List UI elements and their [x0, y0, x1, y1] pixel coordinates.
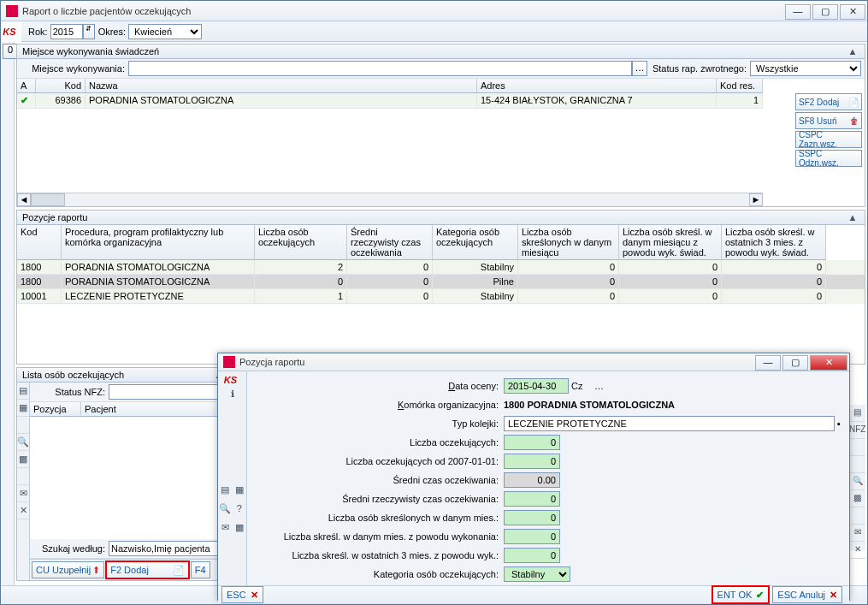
ks-logo: KS — [1, 25, 18, 39]
modal-maximize-button[interactable]: ▢ — [782, 355, 808, 371]
modal-minimize-button[interactable]: — — [755, 355, 781, 371]
skresw-input[interactable] — [504, 529, 560, 544]
lista-left-tools: ▤ ▦ 🔍 ▩ ✉ ✕ — [17, 383, 30, 580]
lista-status-label: Status NFZ: — [37, 387, 105, 397]
locz-input[interactable] — [504, 435, 560, 450]
miejsce-panel-title: Miejsce wykonywania świadczeń — [22, 46, 159, 56]
main-titlebar: Raport o liczbie pacjentów oczekujących … — [1, 1, 867, 21]
rtool-doc-icon[interactable]: ▤ — [849, 405, 865, 422]
col-nazwa[interactable]: Nazwa — [86, 79, 477, 93]
kat-select[interactable]: Stabilny — [504, 566, 570, 582]
rtool-x-icon[interactable]: ✕ — [849, 542, 865, 559]
skres-input[interactable] — [504, 510, 560, 525]
miejsce-lookup-button[interactable]: … — [632, 61, 647, 76]
sred-input — [504, 472, 560, 488]
pozycje-collapse[interactable]: ▲ — [846, 212, 859, 222]
modal-mail-icon[interactable]: ✉ — [218, 519, 233, 537]
rtool-blank2 — [849, 456, 865, 473]
lista-empty-grid — [30, 417, 235, 539]
cz-button[interactable]: Cz — [571, 381, 592, 391]
x-icon: ✕ — [251, 590, 258, 601]
modal-tool1-icon[interactable]: ▤ — [218, 481, 233, 500]
esc-anuluj-button[interactable]: ESC Anuluj✕ — [772, 586, 842, 603]
modal-search-icon[interactable]: 🔍 — [218, 500, 233, 519]
typ-kolejki-input[interactable] — [504, 416, 835, 431]
rok-spinner[interactable]: ⇵ — [83, 24, 95, 39]
side-buttons: SF2 Dodaj📄 SF8 Usuń🗑 CSPC Zazn.wsz. SSPC… — [795, 93, 862, 169]
modal-help-icon[interactable]: ? — [233, 500, 247, 519]
locz07-input[interactable] — [504, 454, 560, 469]
tool-blank2 — [17, 468, 29, 485]
row-check-icon: ✔ — [17, 93, 36, 109]
typ-lookup-button[interactable]: ▪ — [837, 418, 841, 429]
maximize-button[interactable]: ▢ — [812, 4, 838, 20]
pozycje-row[interactable]: 1800PORADNIA STOMATOLOGICZNA00Pilne000 — [17, 275, 865, 289]
tool-x-icon[interactable]: ✕ — [17, 502, 29, 519]
lista-panel: Lista osób oczekujących ▲ ▤ ▦ 🔍 ▩ ✉ ✕ — [16, 367, 232, 581]
miejsce-grid: A Kod Nazwa Adres Kod res. ✔ 69386 PORAD… — [17, 79, 865, 206]
tool-mail-icon[interactable]: ✉ — [17, 485, 29, 502]
lista-status-select[interactable] — [109, 384, 232, 400]
pozycje-row[interactable]: 10001LECZENIE PROTETYCZNE10Stabilny000 — [17, 289, 865, 304]
sf2-dodaj-button[interactable]: SF2 Dodaj📄 — [795, 93, 862, 110]
col-adres[interactable]: Adres — [477, 79, 717, 93]
ent-ok-button[interactable]: ENT OK✔ — [712, 586, 770, 603]
pozycje-grid: Kod Procedura, program profilaktyczny lu… — [17, 225, 865, 364]
data-lookup-button[interactable]: … — [594, 381, 604, 391]
cu-uzupelnij-button[interactable]: CU Uzupełnij⬆ — [32, 561, 104, 578]
close-button[interactable]: ✕ — [840, 4, 865, 20]
modal-icon — [223, 356, 235, 368]
modal-window: Pozycja raportu — ▢ ✕ KS ℹ ▤▦ 🔍? ✉▩ Data… — [217, 353, 850, 601]
pozycje-row[interactable]: 1800PORADNIA STOMATOLOGICZNA20Stabilny00… — [17, 260, 865, 275]
rok-input[interactable] — [50, 24, 83, 39]
check-icon: ✔ — [756, 590, 764, 601]
tool-grid-icon[interactable]: ▩ — [17, 451, 29, 468]
rtool-mail-icon[interactable]: ✉ — [849, 525, 865, 542]
sredr-input[interactable] — [504, 491, 560, 507]
sf8-usun-button[interactable]: SF8 Usuń🗑 — [795, 112, 862, 129]
miejsce-collapse[interactable]: ▲ — [846, 46, 859, 56]
status-label: Status rap. zwrotnego: — [652, 63, 747, 74]
col-kodres[interactable]: Kod res. — [717, 79, 763, 93]
f2-dodaj-button[interactable]: F2 Dodaj📄 — [106, 561, 189, 578]
miejsce-input[interactable] — [128, 61, 632, 76]
okres-select[interactable]: Kwiecień — [128, 24, 202, 39]
modal-tool2-icon[interactable]: ▦ — [233, 481, 247, 500]
modal-esc-button[interactable]: ESC✕ — [221, 586, 263, 603]
cspc-button[interactable]: CSPC Zazn.wsz. — [795, 131, 862, 148]
skres3-input[interactable] — [504, 548, 560, 563]
modal-title: Pozycja raportu — [239, 357, 755, 367]
modal-close-button[interactable]: ✕ — [810, 355, 847, 371]
rtool-search-icon[interactable]: 🔍 — [849, 473, 865, 490]
main-title: Raport o liczbie pacjentów oczekujących — [22, 6, 785, 16]
modal-info-icon[interactable]: ℹ — [218, 385, 246, 404]
minimize-button[interactable]: — — [785, 4, 811, 20]
rtool-nfz[interactable]: NFZ — [849, 422, 865, 439]
lista-title: Lista osób oczekujących — [22, 370, 124, 380]
modal-ks-logo: KS — [218, 375, 243, 385]
miejsce-hscroll[interactable]: ◄► — [17, 193, 763, 206]
col-a[interactable]: A — [17, 79, 36, 93]
tool-search-icon[interactable]: 🔍 — [17, 434, 29, 451]
modal-grid-icon[interactable]: ▩ — [233, 519, 247, 537]
col-kod[interactable]: Kod — [36, 79, 86, 93]
right-gutter: ▤ NFZ 🔍 ▩ ✉ ✕ — [848, 405, 865, 550]
status-select[interactable]: Wszystkie — [750, 61, 861, 76]
skres-label: Liczba osób skreślonych w danym mies.: — [247, 513, 504, 523]
pozycje-title: Pozycje raportu — [22, 212, 87, 222]
tool-calc-icon[interactable]: ▦ — [17, 400, 29, 417]
f4-button[interactable]: F4 — [191, 561, 210, 578]
sspc-button[interactable]: SSPC Odzn.wsz. — [795, 150, 862, 167]
miejsce-row[interactable]: ✔ 69386 PORADNIA STOMATOLOGICZNA 15-424 … — [17, 93, 763, 109]
cancel-x-icon: ✕ — [830, 590, 837, 601]
data-oceny-input[interactable] — [504, 378, 569, 394]
trash-icon: 🗑 — [850, 116, 859, 126]
locz-label: Liczba oczekujących: — [247, 437, 504, 448]
miejsce-label: Miejsce wykonywania: — [24, 63, 125, 74]
szukaj-input[interactable] — [109, 541, 232, 556]
rtool-grid-icon[interactable]: ▩ — [849, 490, 865, 507]
sred-label: Średni czas oczekiwania: — [247, 475, 504, 485]
okres-label: Okres: — [98, 27, 126, 37]
tool-doc-icon[interactable]: ▤ — [17, 383, 29, 400]
kat-label: Kategoria osób oczekujących: — [247, 569, 504, 579]
